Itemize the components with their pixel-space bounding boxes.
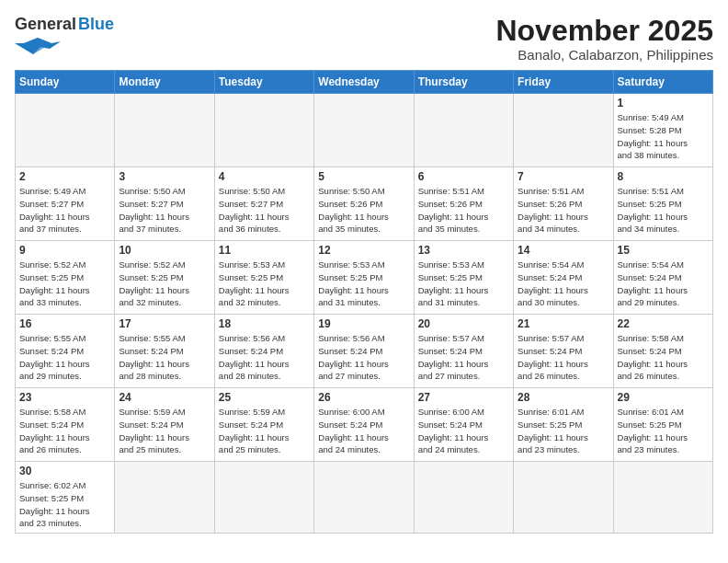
day-number: 6	[418, 170, 509, 183]
calendar-cell: 10Sunrise: 5:52 AMSunset: 5:25 PMDayligh…	[115, 241, 214, 315]
day-info: Sunrise: 5:56 AMSunset: 5:24 PMDaylight:…	[219, 332, 310, 383]
day-info: Sunrise: 5:52 AMSunset: 5:25 PMDaylight:…	[119, 259, 210, 309]
day-number: 20	[418, 317, 509, 330]
calendar-cell: 19Sunrise: 5:56 AMSunset: 5:24 PMDayligh…	[314, 315, 414, 388]
calendar-cell: 9Sunrise: 5:52 AMSunset: 5:25 PMDaylight…	[16, 241, 115, 315]
day-info: Sunrise: 5:55 AMSunset: 5:24 PMDaylight:…	[119, 332, 210, 383]
day-number: 25	[219, 391, 310, 404]
weekday-header-row: SundayMondayTuesdayWednesdayThursdayFrid…	[16, 71, 713, 94]
day-info: Sunrise: 5:51 AMSunset: 5:26 PMDaylight:…	[418, 185, 509, 236]
location: Banalo, Calabarzon, Philippines	[495, 47, 713, 63]
calendar-cell: 2Sunrise: 5:49 AMSunset: 5:27 PMDaylight…	[16, 167, 115, 241]
day-info: Sunrise: 6:01 AMSunset: 5:25 PMDaylight:…	[518, 406, 609, 456]
calendar-cell: 28Sunrise: 6:01 AMSunset: 5:25 PMDayligh…	[514, 388, 613, 462]
calendar-week-row: 16Sunrise: 5:55 AMSunset: 5:24 PMDayligh…	[16, 315, 713, 388]
calendar-cell: 21Sunrise: 5:57 AMSunset: 5:24 PMDayligh…	[514, 315, 613, 388]
calendar-cell: 27Sunrise: 6:00 AMSunset: 5:24 PMDayligh…	[414, 388, 513, 462]
day-number: 30	[19, 465, 110, 477]
day-number: 24	[119, 391, 210, 404]
logo-bird-icon	[15, 34, 61, 60]
calendar-cell	[514, 94, 613, 167]
day-number: 14	[518, 244, 609, 257]
day-info: Sunrise: 5:52 AMSunset: 5:25 PMDaylight:…	[19, 259, 110, 309]
day-info: Sunrise: 5:57 AMSunset: 5:24 PMDaylight:…	[418, 332, 509, 383]
calendar-cell: 15Sunrise: 5:54 AMSunset: 5:24 PMDayligh…	[613, 241, 712, 315]
calendar-cell: 20Sunrise: 5:57 AMSunset: 5:24 PMDayligh…	[414, 315, 513, 388]
calendar-week-row: 30Sunrise: 6:02 AMSunset: 5:25 PMDayligh…	[16, 462, 713, 534]
day-info: Sunrise: 5:54 AMSunset: 5:24 PMDaylight:…	[518, 259, 609, 309]
day-number: 4	[219, 170, 310, 183]
day-number: 26	[318, 391, 409, 404]
day-number: 9	[19, 244, 110, 257]
calendar-cell	[613, 462, 712, 534]
day-number: 29	[618, 391, 709, 404]
calendar-cell: 18Sunrise: 5:56 AMSunset: 5:24 PMDayligh…	[214, 315, 313, 388]
day-info: Sunrise: 5:59 AMSunset: 5:24 PMDaylight:…	[119, 406, 210, 456]
day-number: 11	[219, 244, 310, 257]
calendar-cell: 5Sunrise: 5:50 AMSunset: 5:26 PMDaylight…	[314, 167, 414, 241]
weekday-header-sunday: Sunday	[16, 71, 115, 94]
day-number: 5	[318, 170, 409, 183]
day-info: Sunrise: 5:58 AMSunset: 5:24 PMDaylight:…	[618, 332, 709, 383]
calendar-header: SundayMondayTuesdayWednesdayThursdayFrid…	[16, 71, 713, 94]
day-info: Sunrise: 5:59 AMSunset: 5:24 PMDaylight:…	[219, 406, 310, 456]
day-number: 2	[19, 170, 110, 183]
day-number: 1	[618, 97, 709, 109]
calendar-cell	[214, 462, 313, 534]
day-info: Sunrise: 5:51 AMSunset: 5:26 PMDaylight:…	[518, 185, 609, 236]
calendar-cell: 29Sunrise: 6:01 AMSunset: 5:25 PMDayligh…	[613, 388, 712, 462]
calendar-cell: 26Sunrise: 6:00 AMSunset: 5:24 PMDayligh…	[314, 388, 414, 462]
calendar-cell: 8Sunrise: 5:51 AMSunset: 5:25 PMDaylight…	[613, 167, 712, 241]
weekday-header-saturday: Saturday	[613, 71, 712, 94]
day-number: 27	[418, 391, 509, 404]
weekday-header-wednesday: Wednesday	[314, 71, 414, 94]
calendar-cell: 25Sunrise: 5:59 AMSunset: 5:24 PMDayligh…	[214, 388, 313, 462]
calendar-cell: 7Sunrise: 5:51 AMSunset: 5:26 PMDaylight…	[514, 167, 613, 241]
title-area: November 2025 Banalo, Calabarzon, Philip…	[495, 15, 713, 63]
day-number: 7	[518, 170, 609, 183]
logo-text-general: General	[15, 15, 76, 34]
day-info: Sunrise: 5:53 AMSunset: 5:25 PMDaylight:…	[318, 259, 409, 309]
day-number: 21	[518, 317, 609, 330]
calendar-cell	[414, 94, 513, 167]
day-info: Sunrise: 6:00 AMSunset: 5:24 PMDaylight:…	[418, 406, 509, 456]
calendar-cell: 22Sunrise: 5:58 AMSunset: 5:24 PMDayligh…	[613, 315, 712, 388]
day-number: 28	[518, 391, 609, 404]
calendar-cell	[514, 462, 613, 534]
day-number: 12	[318, 244, 409, 257]
day-number: 19	[318, 317, 409, 330]
day-number: 8	[618, 170, 709, 183]
calendar-cell	[314, 462, 414, 534]
day-info: Sunrise: 5:56 AMSunset: 5:24 PMDaylight:…	[318, 332, 409, 383]
calendar-cell: 1Sunrise: 5:49 AMSunset: 5:28 PMDaylight…	[613, 94, 712, 167]
calendar-cell: 4Sunrise: 5:50 AMSunset: 5:27 PMDaylight…	[214, 167, 313, 241]
logo: General Blue	[15, 15, 114, 60]
page-header: General Blue November 2025 Banalo, Calab…	[15, 15, 713, 63]
day-number: 3	[119, 170, 210, 183]
day-info: Sunrise: 6:00 AMSunset: 5:24 PMDaylight:…	[318, 406, 409, 456]
day-info: Sunrise: 5:53 AMSunset: 5:25 PMDaylight:…	[219, 259, 310, 309]
month-title: November 2025	[495, 15, 713, 47]
day-number: 18	[219, 317, 310, 330]
weekday-header-friday: Friday	[514, 71, 613, 94]
day-number: 16	[19, 317, 110, 330]
day-info: Sunrise: 5:55 AMSunset: 5:24 PMDaylight:…	[19, 332, 110, 383]
day-number: 17	[119, 317, 210, 330]
calendar-week-row: 9Sunrise: 5:52 AMSunset: 5:25 PMDaylight…	[16, 241, 713, 315]
day-info: Sunrise: 5:58 AMSunset: 5:24 PMDaylight:…	[19, 406, 110, 456]
day-number: 15	[618, 244, 709, 257]
day-info: Sunrise: 5:50 AMSunset: 5:27 PMDaylight:…	[219, 185, 310, 236]
calendar-cell: 24Sunrise: 5:59 AMSunset: 5:24 PMDayligh…	[115, 388, 214, 462]
day-number: 10	[119, 244, 210, 257]
logo-text-blue: Blue	[78, 15, 114, 34]
calendar-cell: 6Sunrise: 5:51 AMSunset: 5:26 PMDaylight…	[414, 167, 513, 241]
calendar-table: SundayMondayTuesdayWednesdayThursdayFrid…	[15, 70, 713, 534]
calendar-cell	[115, 462, 214, 534]
day-info: Sunrise: 5:51 AMSunset: 5:25 PMDaylight:…	[618, 185, 709, 236]
calendar-cell	[115, 94, 214, 167]
day-info: Sunrise: 6:02 AMSunset: 5:25 PMDaylight:…	[19, 479, 110, 530]
calendar-week-row: 2Sunrise: 5:49 AMSunset: 5:27 PMDaylight…	[16, 167, 713, 241]
day-info: Sunrise: 5:50 AMSunset: 5:27 PMDaylight:…	[119, 185, 210, 236]
day-info: Sunrise: 5:53 AMSunset: 5:25 PMDaylight:…	[418, 259, 509, 309]
calendar-cell: 3Sunrise: 5:50 AMSunset: 5:27 PMDaylight…	[115, 167, 214, 241]
